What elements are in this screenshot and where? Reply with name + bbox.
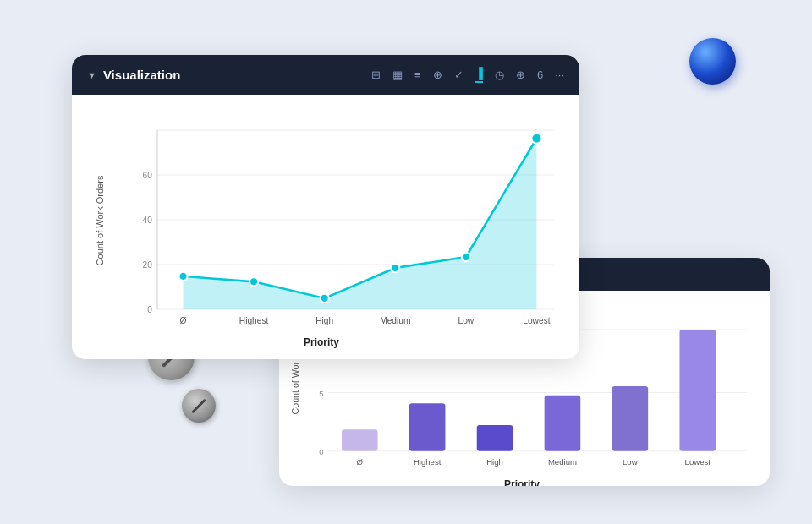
bar-null [342, 429, 378, 451]
x-label-low: Low [458, 316, 474, 325]
bar-lowest [679, 330, 716, 451]
x-label-medium: Medium [380, 316, 410, 325]
bar-label-null: Ø [357, 457, 364, 467]
x-label-null: Ø [180, 316, 187, 325]
bar-chart-icon[interactable]: ▦ [392, 68, 403, 81]
bar-label-medium: Medium [548, 457, 577, 467]
card-title: Visualization [103, 68, 365, 82]
line-chart-area: Count of Work Orders 0 20 40 60 [80, 108, 562, 333]
scatter-icon[interactable]: ⊕ [433, 68, 442, 81]
line-chart-body: Count of Work Orders 0 20 40 60 [72, 95, 579, 357]
x-label-high: High [315, 316, 333, 325]
bar-label-high: High [486, 457, 503, 467]
bar-x-axis-label: Priority [288, 478, 756, 486]
bar-medium [545, 396, 581, 451]
bar-high [477, 425, 513, 451]
check-mark-icon[interactable]: ✓ [454, 68, 464, 81]
x-label-highest: Highest [239, 316, 269, 325]
line-chart-toolbar: ⊞ ▦ ≡ ⊕ ✓ ▐ ◷ ⊕ 6 ··· [371, 67, 564, 83]
svg-text:5: 5 [319, 389, 323, 398]
svg-text:20: 20 [143, 260, 153, 270]
point-low [462, 253, 470, 261]
line-x-axis-label: Priority [80, 336, 562, 348]
number-icon[interactable]: 6 [537, 68, 543, 81]
table-icon[interactable]: ⊞ [371, 68, 381, 81]
bar-y-axis-label: Count of Wor [290, 362, 300, 415]
bar-highest [409, 403, 446, 450]
line-chart-header: ▼ Visualization ⊞ ▦ ≡ ⊕ ✓ ▐ ◷ ⊕ 6 ··· [72, 55, 579, 95]
svg-text:0: 0 [147, 305, 152, 314]
point-high [321, 294, 329, 303]
line-chart-icon[interactable]: ▐ [475, 67, 483, 83]
bar-label-lowest: Lowest [685, 457, 711, 467]
point-highest [250, 277, 258, 286]
line-chart-svg: 0 20 40 60 [114, 108, 562, 333]
svg-text:60: 60 [143, 171, 153, 180]
bar-label-low: Low [623, 457, 638, 467]
point-medium [391, 264, 399, 272]
list-icon[interactable]: ≡ [414, 68, 421, 81]
collapse-arrow-icon[interactable]: ▼ [87, 70, 96, 80]
clock-icon[interactable]: ◷ [495, 68, 504, 81]
line-chart-card: ▼ Visualization ⊞ ▦ ≡ ⊕ ✓ ▐ ◷ ⊕ 6 ··· Co… [72, 55, 579, 359]
screw-small-decoration [182, 389, 216, 423]
scene: ✓ ▐ ◷ ⊕ 6 ··· Count of Wor 20 [25, 21, 787, 503]
bar-low [612, 386, 649, 451]
line-y-axis-label: Count of Work Orders [95, 176, 105, 266]
world-icon[interactable]: ⊕ [516, 68, 525, 81]
svg-text:40: 40 [143, 216, 153, 225]
svg-text:0: 0 [319, 447, 323, 456]
more-options-icon[interactable]: ··· [555, 68, 564, 81]
blue-sphere-decoration [689, 38, 736, 85]
bar-label-highest: Highest [414, 457, 442, 467]
x-label-lowest: Lowest [523, 316, 550, 325]
point-lowest [531, 134, 541, 144]
point-null [178, 272, 187, 281]
